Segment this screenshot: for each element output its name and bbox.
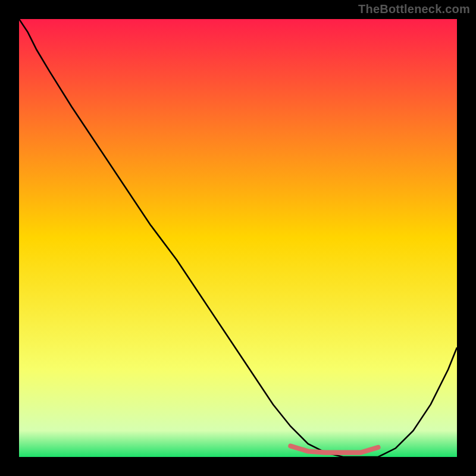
plot-area <box>19 19 457 457</box>
chart-svg <box>19 19 457 457</box>
chart-page: TheBottleneck.com <box>0 0 476 476</box>
gradient-background <box>19 19 457 457</box>
watermark-label: TheBottleneck.com <box>358 2 470 16</box>
